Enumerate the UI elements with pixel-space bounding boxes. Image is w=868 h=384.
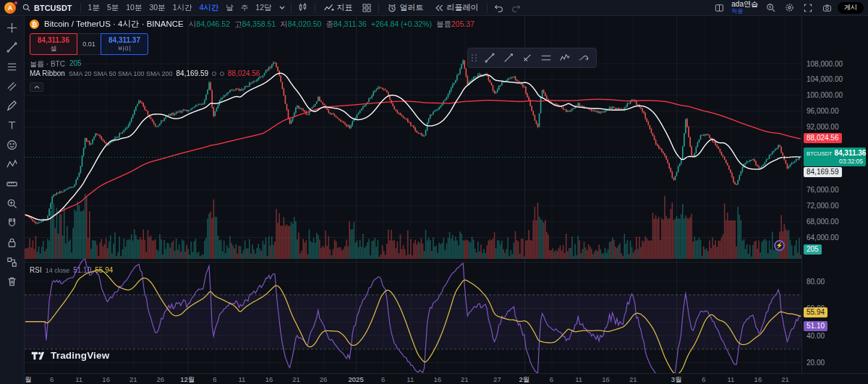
camera-snapshot-icon[interactable] (819, 1, 835, 15)
time-axis-label: 3월 (671, 375, 682, 384)
account-avatar[interactable]: A (4, 2, 16, 14)
chart-style-icon[interactable] (295, 1, 311, 15)
reactions-bubble-icon[interactable]: ⚡ (774, 240, 785, 251)
divider (291, 3, 292, 13)
fib-retracement-tool-icon[interactable] (2, 57, 22, 77)
drag-handle[interactable] (472, 54, 477, 61)
xabcd-pattern-tool-icon[interactable] (2, 155, 22, 174)
lock-tool-icon[interactable] (2, 233, 22, 252)
quick-search-icon[interactable] (762, 1, 778, 15)
symbol-search-button[interactable]: BTCUSDT (17, 1, 77, 15)
time-axis-label: 6 (550, 375, 553, 383)
ma-fast-price-badge: 84,169.59 (804, 167, 842, 177)
time-axis[interactable]: 11월61116212612월61116212620256111621272월6… (25, 373, 868, 384)
volume-badge: 205 (804, 244, 822, 255)
interval-button-주[interactable]: 주 (237, 1, 252, 15)
tradingview-brand[interactable]: TradingView (31, 350, 109, 361)
high-label: 고 (234, 20, 242, 28)
sell-label: 셀 (51, 45, 57, 52)
replay-button[interactable]: 리플레이 (430, 1, 483, 15)
volume-pane-value: 205 (69, 59, 82, 69)
time-axis-label: 16 (602, 375, 610, 383)
axis-tick: 100,000.00 (807, 91, 843, 99)
publish-button[interactable]: 게시 (838, 2, 864, 14)
time-axis-label: 21 (781, 375, 789, 383)
axis-tick: 72,000.00 (807, 202, 839, 210)
ohlc-values: 시84,046.52 고84,358.51 저84,020.50 종84,311… (189, 20, 475, 30)
indicators-label: 지표 (337, 2, 353, 13)
emoji-tool-icon[interactable] (2, 135, 22, 155)
layout-panes-icon[interactable] (711, 1, 727, 15)
axis-tick: 68,000.00 (807, 218, 839, 226)
pane-separator[interactable] (25, 262, 801, 263)
text-tool-icon[interactable] (2, 116, 22, 135)
ma-ribbon-params: SMA 20 SMA 50 SMA 100 SMA 200 (69, 70, 173, 77)
symbol-title[interactable]: Bitcoin / TetherUS · 4시간 · BINANCE (44, 19, 184, 30)
crosshair-tool-icon[interactable] (2, 18, 22, 38)
brush-tool-icon[interactable] (2, 96, 22, 116)
time-axis-label: 21 (129, 375, 137, 383)
collapse-legend-button[interactable] (30, 82, 43, 92)
horizontal-line-icon[interactable] (537, 50, 555, 66)
time-axis-label: 16 (434, 375, 442, 383)
indicator-templates-icon[interactable] (359, 1, 375, 15)
ma-ribbon-title: MA Ribbon (30, 69, 65, 77)
interval-caret-icon[interactable] (277, 1, 287, 15)
replay-icon (434, 3, 444, 13)
layout-name-button[interactable]: ada연습 적용 (731, 1, 758, 14)
trend-line-icon[interactable] (481, 50, 498, 66)
interval-button-5분[interactable]: 5분 (103, 1, 122, 15)
sell-button[interactable]: 84,311.36 셀 (30, 33, 77, 55)
tradingview-brand-text: TradingView (51, 350, 109, 361)
high-value: 84,358.51 (242, 20, 276, 28)
volume-pane-legend[interactable]: 볼륨 · BTC 205 (30, 59, 82, 69)
ma-ribbon-legend[interactable]: MA Ribbon SMA 20 SMA 50 SMA 100 SMA 200 … (30, 69, 260, 77)
interval-button-4시간[interactable]: 4시간 (195, 1, 222, 15)
interval-button-1분[interactable]: 1분 (85, 1, 103, 15)
ma-slow-value: 88,024.56 (228, 69, 260, 77)
interval-button-날[interactable]: 날 (222, 1, 237, 15)
rsi-legend[interactable]: RSI 14 close 51.10 55.94 (30, 266, 113, 274)
undo-icon[interactable] (491, 1, 507, 15)
object-tree-icon[interactable] (2, 252, 22, 272)
redo-icon[interactable] (509, 1, 524, 15)
interval-button-1시간[interactable]: 1시간 (169, 1, 196, 15)
top-toolbar: A BTCUSDT 1분5분10분30분1시간4시간날주12달 지표 얼러트 리… (0, 0, 868, 16)
buy-sell-widget: 84,311.36 셀 0.01 84,311.37 바이 (30, 33, 148, 55)
elliott-wave-icon[interactable] (556, 50, 574, 66)
info-line-icon[interactable] (519, 50, 536, 66)
open-value: 84,046.52 (196, 20, 230, 28)
alert-clock-icon (387, 3, 397, 13)
forecast-icon[interactable] (575, 50, 592, 66)
axis-tick: 96,000.00 (807, 107, 839, 115)
zoom-tool-icon[interactable] (2, 194, 22, 213)
buy-button[interactable]: 84,311.37 바이 (101, 33, 148, 55)
magnet-tool-icon[interactable] (2, 213, 22, 233)
measure-tool-icon[interactable] (2, 174, 22, 194)
parallel-channel-tool-icon[interactable] (2, 77, 22, 96)
low-label: 저 (280, 20, 288, 28)
price-axis[interactable]: 88,024.56 BTCUSDT84,311.36 03:32:05 84,1… (801, 16, 868, 373)
volume-pane-label: 볼륨 · BTC (30, 59, 65, 69)
indicators-button[interactable]: 지표 (319, 1, 357, 15)
remove-drawings-icon[interactable] (2, 272, 22, 291)
interval-button-10분[interactable]: 10분 (122, 1, 145, 15)
time-axis-label: 27 (493, 375, 501, 383)
bitcoin-icon: ₿ (30, 20, 39, 29)
hidden-series-dot-icon (220, 72, 224, 76)
buy-label: 바이 (118, 45, 131, 52)
ray-line-icon[interactable] (500, 50, 517, 66)
divider (315, 3, 315, 13)
interval-button-12달[interactable]: 12달 (252, 1, 275, 15)
settings-gear-icon[interactable] (781, 1, 797, 15)
search-icon (22, 3, 31, 12)
time-axis-label: 2월 (519, 375, 530, 384)
topbar-right-cluster: ada연습 적용 게시 (711, 1, 864, 15)
fullscreen-icon[interactable] (800, 1, 816, 15)
interval-button-30분[interactable]: 30분 (145, 1, 169, 15)
axis-tick: 104,000.00 (807, 75, 843, 83)
alert-button[interactable]: 얼러트 (383, 1, 428, 15)
trend-line-tool-icon[interactable] (2, 38, 22, 57)
time-axis-label: 11 (407, 375, 414, 383)
volume-value: 205.37 (451, 20, 475, 28)
